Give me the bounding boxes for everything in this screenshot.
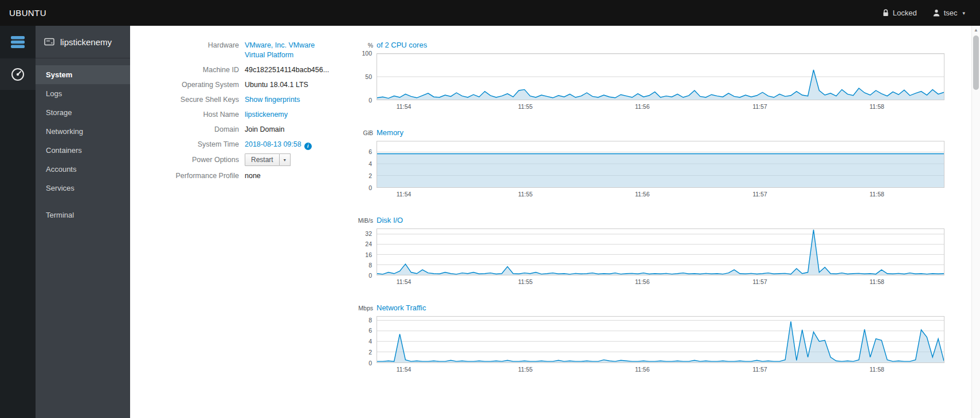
chart-of-2-cpu-cores: %of 2 CPU cores05010011:5411:5511:5611:5… xyxy=(354,41,944,111)
host-machine-icon xyxy=(44,37,54,47)
chart-memory: GiBMemory024611:5411:5511:5611:5711:58 xyxy=(354,128,944,198)
chart-disk-i-o: MiB/sDisk I/O0816243211:5411:5511:5611:5… xyxy=(354,216,944,286)
sidebar: lipstickenemy SystemLogsStorageNetworkin… xyxy=(36,26,130,418)
info-icon[interactable]: i xyxy=(304,143,312,150)
x-axis-tick: 11:54 xyxy=(397,103,411,110)
field-text-domain[interactable]: Join Domain xyxy=(245,125,284,133)
x-axis-tick: 11:55 xyxy=(518,366,533,373)
host-name: lipstickenemy xyxy=(60,37,112,47)
charts-column: %of 2 CPU cores05010011:5411:5511:5611:5… xyxy=(354,41,944,418)
brand-label: UBUNTU xyxy=(9,8,46,18)
lock-icon xyxy=(883,9,889,17)
y-axis-tick: 2 xyxy=(369,349,372,356)
system-page: HardwareVMware, Inc. VMware Virtual Plat… xyxy=(130,26,980,418)
x-axis-tick: 11:56 xyxy=(635,191,650,198)
chart-title-link-network-traffic[interactable]: Network Traffic xyxy=(377,303,426,312)
field-value: Show fingerprints xyxy=(245,95,300,105)
scroll-up-arrow-icon[interactable]: ▲ xyxy=(972,26,980,34)
field-value: 49c1822514114bacb456... xyxy=(245,65,329,75)
y-axis-tick: 6 xyxy=(369,149,372,155)
sidebar-item-containers[interactable]: Containers xyxy=(36,141,130,160)
server-icon xyxy=(10,36,25,49)
x-axis-tick: 11:54 xyxy=(397,278,411,285)
y-axis-tick: 32 xyxy=(365,231,372,237)
host-server-button[interactable] xyxy=(0,26,36,58)
chart-title-link-of-2-cpu-cores[interactable]: of 2 CPU cores xyxy=(377,41,427,49)
field-row-secure-shell-keys: Secure Shell KeysShow fingerprints xyxy=(147,95,348,105)
x-axis-tick: 11:55 xyxy=(518,278,533,285)
field-row-operating-system: Operating SystemUbuntu 18.04.1 LTS xyxy=(147,80,348,90)
field-value: none xyxy=(245,171,261,181)
field-label: Power Options xyxy=(147,155,245,166)
y-axis-tick: 6 xyxy=(369,328,372,334)
masthead-actions: Locked tsec ▾ xyxy=(883,9,965,17)
y-axis-tick: 100 xyxy=(362,50,372,57)
chart-plot-of-2-cpu-cores xyxy=(377,53,944,100)
y-axis-tick: 0 xyxy=(369,97,372,104)
field-value: lipstickenemy xyxy=(245,110,288,120)
field-link-secure-shell-keys[interactable]: Show fingerprints xyxy=(245,96,300,104)
dashboard-button[interactable] xyxy=(0,58,36,90)
x-axis-tick: 11:55 xyxy=(518,103,533,110)
dashboard-gauge-icon xyxy=(10,67,25,82)
chart-title-link-memory[interactable]: Memory xyxy=(377,128,403,137)
scrollbar-thumb[interactable] xyxy=(973,36,979,90)
field-value: Join Domain xyxy=(245,125,284,135)
field-text-performance-profile[interactable]: none xyxy=(245,172,261,180)
field-label: Host Name xyxy=(147,110,245,120)
host-icon-strip xyxy=(0,26,36,418)
user-label: tsec xyxy=(944,9,958,17)
x-axis-tick: 11:57 xyxy=(752,366,767,373)
y-axis-tick: 0 xyxy=(369,360,372,366)
restart-caret-button[interactable]: ▾ xyxy=(280,153,291,166)
y-axis-tick: 16 xyxy=(365,251,372,258)
x-axis-tick: 11:54 xyxy=(397,366,411,373)
sidebar-item-storage[interactable]: Storage xyxy=(36,103,130,122)
field-value: VMware, Inc. VMware Virtual Platform xyxy=(245,41,331,60)
host-switcher[interactable]: lipstickenemy xyxy=(36,26,130,58)
x-axis-tick: 11:56 xyxy=(635,103,650,110)
chart-title-link-disk-i-o[interactable]: Disk I/O xyxy=(377,216,403,224)
field-value: Ubuntu 18.04.1 LTS xyxy=(245,80,308,90)
sidebar-item-system[interactable]: System xyxy=(36,65,130,84)
chart-unit-label: MiB/s xyxy=(354,217,373,224)
y-axis-tick: 50 xyxy=(365,74,372,80)
field-row-performance-profile: Performance Profilenone xyxy=(147,171,348,181)
sidebar-item-networking[interactable]: Networking xyxy=(36,122,130,141)
field-row-domain: DomainJoin Domain xyxy=(147,125,348,135)
sidebar-item-accounts[interactable]: Accounts xyxy=(36,160,130,179)
field-label: Machine ID xyxy=(147,65,245,75)
chevron-down-icon: ▾ xyxy=(962,10,965,16)
field-row-power-options: Power OptionsRestart▾ xyxy=(147,155,348,166)
restart-button[interactable]: Restart xyxy=(245,153,280,166)
user-icon xyxy=(933,9,940,17)
chart-plot-network-traffic xyxy=(377,316,944,363)
sidebar-item-services[interactable]: Services xyxy=(36,179,130,198)
x-axis-tick: 11:57 xyxy=(752,278,767,285)
y-axis-tick: 4 xyxy=(369,338,372,345)
locked-button[interactable]: Locked xyxy=(883,9,917,17)
y-axis-tick: 8 xyxy=(369,262,372,269)
field-label: Domain xyxy=(147,125,245,135)
power-options-dropdown: Restart▾ xyxy=(245,153,291,166)
y-axis-tick: 4 xyxy=(369,161,372,167)
field-text-machine-id: 49c1822514114bacb456... xyxy=(245,66,329,74)
field-row-machine-id: Machine ID49c1822514114bacb456... xyxy=(147,65,348,75)
x-axis-tick: 11:54 xyxy=(397,191,411,198)
locked-label: Locked xyxy=(893,9,917,17)
sidebar-item-terminal[interactable]: Terminal xyxy=(36,206,130,224)
chart-unit-label: GiB xyxy=(354,129,373,136)
user-menu-button[interactable]: tsec ▾ xyxy=(933,9,965,17)
sidebar-item-logs[interactable]: Logs xyxy=(36,84,130,103)
scrollbar[interactable]: ▲ xyxy=(971,26,980,418)
x-axis-tick: 11:57 xyxy=(752,103,767,110)
x-axis-tick: 11:58 xyxy=(869,103,884,110)
field-link-hardware[interactable]: VMware, Inc. VMware Virtual Platform xyxy=(245,41,315,59)
field-row-host-name: Host Namelipstickenemy xyxy=(147,110,348,120)
x-axis-tick: 11:55 xyxy=(518,191,533,198)
field-label: Performance Profile xyxy=(147,171,245,181)
field-link-system-time[interactable]: 2018-08-13 09:58 xyxy=(245,140,301,148)
field-link-host-name[interactable]: lipstickenemy xyxy=(245,111,288,119)
chart-unit-label: % xyxy=(354,42,373,49)
system-info-list: HardwareVMware, Inc. VMware Virtual Plat… xyxy=(147,41,348,418)
